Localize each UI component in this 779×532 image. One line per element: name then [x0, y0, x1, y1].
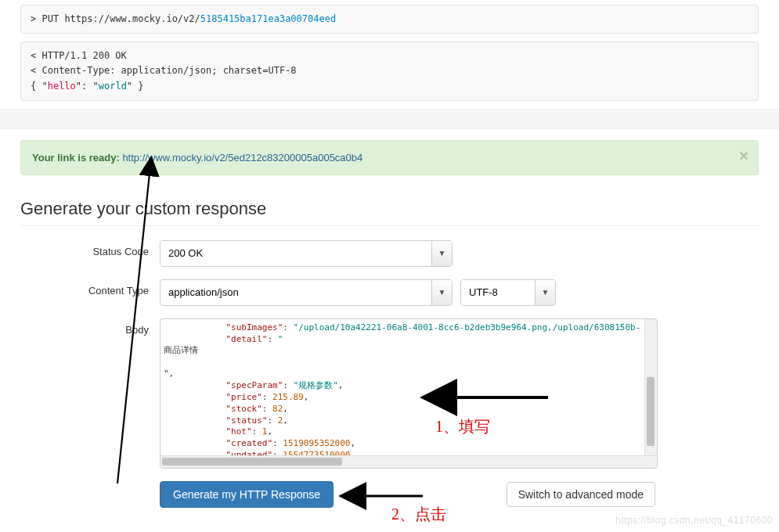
charset-select[interactable]: UTF-8 ▼ [460, 279, 556, 306]
content-type-select[interactable]: application/json ▼ [160, 279, 453, 306]
watermark: https://blog.csdn.net/qq_41170600 [615, 515, 773, 526]
body-label: Body [20, 318, 160, 336]
alert-link[interactable]: http://www.mocky.io/v2/5ed212c83200005a0… [122, 152, 362, 164]
horizontal-rule [20, 225, 759, 226]
scrollbar-thumb[interactable] [162, 458, 342, 466]
status-code-row: Status Code 200 OK ▼ [20, 240, 759, 267]
content-type-row: Content Type application/json ▼ UTF-8 ▼ [20, 279, 759, 306]
alert-prefix: Your link is ready: [32, 152, 120, 164]
scrollbar-thumb[interactable] [647, 377, 655, 446]
chevron-down-icon: ▼ [431, 280, 452, 305]
form-actions: Generate my HTTP Response Switch to adva… [160, 481, 759, 508]
body-content[interactable]: "subImages": "/upload/10a42221-06a8-4001… [160, 319, 657, 457]
req-method: PUT [41, 13, 59, 24]
custom-response-form: Status Code 200 OK ▼ Content Type applic… [20, 240, 759, 508]
chevron-down-icon: ▼ [535, 280, 555, 305]
body-textarea[interactable]: "subImages": "/upload/10a42221-06a8-4001… [160, 318, 658, 469]
charset-input[interactable]: UTF-8 [461, 280, 535, 305]
chevron-down-icon: ▼ [431, 241, 452, 266]
advanced-mode-button[interactable]: Switch to advanced mode [507, 482, 655, 507]
close-icon[interactable]: × [739, 147, 748, 165]
req-url-id: 5185415ba171ea3a00704eed [200, 13, 336, 24]
page-title: Generate your custom response [20, 199, 759, 219]
req-url-prefix: https://www.mocky.io/v2/ [64, 13, 200, 24]
body-row: Body "subImages": "/upload/10a42221-06a8… [20, 318, 759, 469]
link-ready-alert: Your link is ready: http://www.mocky.io/… [20, 140, 759, 175]
content-type-label: Content Type [20, 279, 160, 297]
response-example-code: < HTTP/1.1 200 OK < Content-Type: applic… [20, 41, 759, 101]
resp-status: HTTP/1.1 200 OK [41, 50, 126, 61]
status-code-input[interactable]: 200 OK [160, 241, 431, 266]
content-type-input[interactable]: application/json [160, 280, 431, 305]
generate-button[interactable]: Generate my HTTP Response [160, 481, 334, 508]
horizontal-scrollbar[interactable] [160, 455, 657, 468]
resp-json-val: world [99, 81, 127, 92]
vertical-scrollbar[interactable] [644, 319, 657, 455]
resp-json-key: hello [48, 81, 76, 92]
request-example-code: > PUT https://www.mocky.io/v2/5185415ba1… [20, 5, 759, 34]
status-code-select[interactable]: 200 OK ▼ [160, 240, 453, 267]
divider [0, 109, 779, 129]
status-code-label: Status Code [20, 240, 160, 257]
resp-ct: Content-Type: application/json; charset=… [41, 65, 296, 76]
